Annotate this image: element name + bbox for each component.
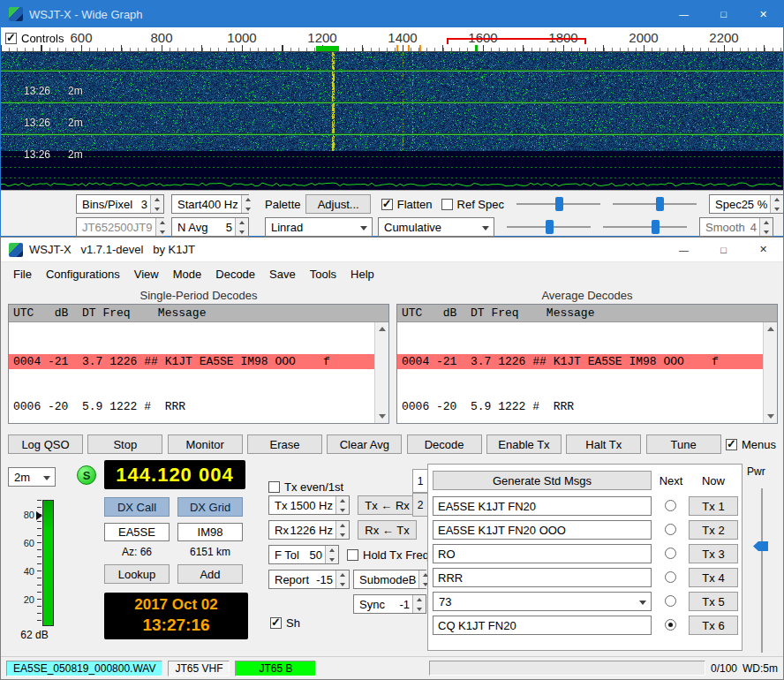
- tx2-next-radio[interactable]: [665, 524, 676, 535]
- menu-view[interactable]: View: [127, 264, 166, 284]
- report-spinner[interactable]: Report -15: [268, 570, 350, 589]
- menu-mode[interactable]: Mode: [166, 264, 209, 284]
- maximize-button[interactable]: □: [704, 238, 743, 261]
- ref-spec-checkbox[interactable]: Ref Spec: [441, 198, 504, 211]
- spin-up-button[interactable]: [336, 570, 349, 579]
- menu-save[interactable]: Save: [262, 264, 303, 284]
- tx1-message-field[interactable]: EA5SE K1JT FN20: [433, 496, 652, 516]
- tx4-message-field[interactable]: RRR: [433, 568, 652, 587]
- sh-checkbox[interactable]: Sh: [270, 616, 300, 630]
- adjust-palette-button[interactable]: Adjust...: [305, 194, 370, 214]
- tx5-now-button[interactable]: Tx 5: [689, 592, 738, 611]
- dx-grid-field[interactable]: IM98: [177, 523, 243, 541]
- tx3-now-button[interactable]: Tx 3: [689, 544, 738, 563]
- lookup-button[interactable]: Lookup: [104, 564, 170, 584]
- tab-2[interactable]: 2: [412, 493, 428, 517]
- spin-up-button[interactable]: [413, 595, 426, 604]
- spin-up-button[interactable]: [771, 195, 783, 204]
- tx6-next-radio[interactable]: [665, 619, 676, 631]
- waterfall-display[interactable]: [1, 52, 783, 190]
- spin-down-button[interactable]: [242, 204, 254, 213]
- spin-down-button[interactable]: [336, 579, 349, 588]
- frequency-ruler[interactable]: Controls 600 800 1000 1200 1400 1600 180…: [1, 27, 783, 52]
- scroll-up-icon[interactable]: [375, 322, 388, 336]
- spin-down-button[interactable]: [336, 530, 349, 539]
- slider-thumb[interactable]: [546, 220, 554, 234]
- close-button[interactable]: ✕: [743, 238, 783, 261]
- minimize-button[interactable]: —: [664, 238, 704, 261]
- slider-thumb[interactable]: [656, 197, 664, 211]
- scroll-down-icon[interactable]: [375, 410, 388, 423]
- tx2-message-field[interactable]: EA5SE K1JT FN20 OOO: [433, 520, 652, 540]
- tx-frequency-spinner[interactable]: Tx 1500 Hz: [268, 495, 350, 515]
- generate-std-msgs-button[interactable]: Generate Std Msgs: [433, 471, 652, 490]
- menu-tools[interactable]: Tools: [303, 264, 343, 284]
- pwr-slider-thumb[interactable]: [753, 541, 768, 551]
- decode-row[interactable]: 0004 -21 3.7 1226 ## K1JT EA5SE IM98 OOO…: [9, 354, 374, 369]
- tx-equals-rx-button[interactable]: Tx ← Rx: [358, 495, 417, 515]
- scrollbar[interactable]: [763, 322, 777, 423]
- log-qso-button[interactable]: Log QSO: [8, 434, 83, 454]
- decode-row[interactable]: 0004 -21 3.7 1226 ## K1JT EA5SE IM98 OOO…: [397, 354, 763, 369]
- spin-down-button[interactable]: [760, 227, 773, 236]
- tx3-message-field[interactable]: RO: [433, 544, 652, 563]
- halt-tx-button[interactable]: Halt Tx: [566, 434, 641, 454]
- flatten-checkbox[interactable]: Flatten: [381, 198, 433, 211]
- enable-tx-button[interactable]: Enable Tx: [486, 434, 562, 454]
- decode-row[interactable]: 0006 -20 5.9 1222 # RRR: [9, 399, 374, 414]
- spin-down-button[interactable]: [326, 555, 338, 563]
- tx2-now-button[interactable]: Tx 2: [689, 520, 738, 540]
- scroll-up-icon[interactable]: [764, 322, 777, 336]
- spin-up-button[interactable]: [151, 195, 163, 204]
- pwr-slider-track[interactable]: [761, 488, 763, 653]
- add-button[interactable]: Add: [177, 564, 243, 584]
- controls-checkbox[interactable]: Controls: [5, 32, 71, 45]
- monitor-button[interactable]: Monitor: [168, 434, 243, 454]
- waterfall-gain-slider[interactable]: [516, 195, 600, 213]
- menu-configurations[interactable]: Configurations: [39, 264, 127, 284]
- decode-list[interactable]: 0004 -21 3.7 1226 ## K1JT EA5SE IM98 OOO…: [9, 322, 374, 423]
- spin-up-button[interactable]: [242, 195, 254, 204]
- close-button[interactable]: ✕: [743, 1, 783, 27]
- band-select[interactable]: 2m: [8, 467, 56, 487]
- decode-list[interactable]: 0004 -21 3.7 1226 ## K1JT EA5SE IM98 OOO…: [397, 322, 763, 423]
- tx6-message-field[interactable]: CQ K1JT FN20: [433, 616, 652, 635]
- main-titlebar[interactable]: WSJT-X v1.7.1-devel by K1JT — □ ✕: [1, 238, 783, 262]
- minimize-button[interactable]: —: [664, 1, 704, 27]
- tx4-next-radio[interactable]: [665, 571, 676, 583]
- spectrum-zero-slider[interactable]: [603, 218, 687, 236]
- slider-thumb[interactable]: [652, 220, 660, 234]
- spin-up-button[interactable]: [336, 496, 349, 505]
- tx-even-checkbox[interactable]: Tx even/1st: [268, 480, 343, 494]
- hold-tx-freq-checkbox[interactable]: Hold Tx Freq: [347, 548, 429, 562]
- spectrum-gain-slider[interactable]: [507, 218, 591, 236]
- tune-button[interactable]: Tune: [646, 434, 721, 454]
- erase-button[interactable]: Erase: [247, 434, 322, 454]
- tx1-now-button[interactable]: Tx 1: [689, 496, 738, 516]
- spin-up-button[interactable]: [336, 521, 349, 530]
- waterfall-zero-slider[interactable]: [613, 195, 697, 213]
- smooth-spinner[interactable]: Smooth 4: [699, 217, 773, 237]
- decode-button[interactable]: Decode: [407, 434, 482, 454]
- spin-up-button[interactable]: [236, 218, 248, 227]
- spin-down-button[interactable]: [771, 204, 783, 213]
- menu-decode[interactable]: Decode: [208, 264, 262, 284]
- spin-up-button[interactable]: [760, 218, 773, 227]
- stop-button[interactable]: Stop: [87, 434, 162, 454]
- spin-down-button[interactable]: [336, 505, 349, 514]
- clear-avg-button[interactable]: Clear Avg: [327, 434, 402, 454]
- rx-equals-tx-button[interactable]: Rx ← Tx: [358, 520, 417, 540]
- spin-down-button[interactable]: [151, 204, 163, 213]
- bins-per-pixel-spinner[interactable]: Bins/Pixel 3: [76, 194, 164, 214]
- tx5-next-radio[interactable]: [665, 595, 676, 607]
- menu-help[interactable]: Help: [343, 264, 381, 284]
- n-avg-spinner[interactable]: N Avg 5: [171, 217, 249, 237]
- slider-thumb[interactable]: [555, 197, 563, 211]
- f-tol-spinner[interactable]: F Tol 50: [268, 545, 339, 564]
- decode-row[interactable]: 0006 -20 5.9 1222 # RRR: [397, 399, 763, 414]
- menus-checkbox[interactable]: Menus: [726, 438, 776, 451]
- menu-file[interactable]: File: [6, 264, 39, 284]
- maximize-button[interactable]: □: [704, 1, 743, 27]
- tx4-now-button[interactable]: Tx 4: [689, 568, 738, 587]
- dx-grid-button[interactable]: DX Grid: [177, 497, 243, 517]
